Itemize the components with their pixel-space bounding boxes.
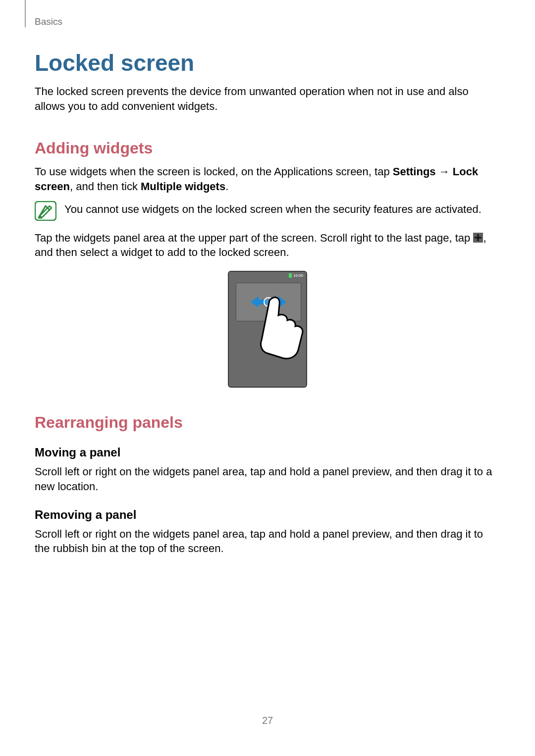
note-text: You cannot use widgets on the locked scr… (64, 201, 482, 217)
page-number: 27 (0, 715, 535, 726)
note-icon (35, 201, 56, 221)
phone-illustration: 10:00 (228, 271, 307, 388)
text-fragment: , and then tick (70, 180, 141, 193)
moving-panel-paragraph: Scroll left or right on the widgets pane… (35, 464, 500, 494)
status-time: 10:00 (293, 273, 303, 278)
svg-rect-3 (475, 237, 482, 238)
phone-status-bar: 10:00 (289, 273, 303, 278)
heading-adding-widgets: Adding widgets (35, 139, 500, 157)
section-breadcrumb: Basics (35, 16, 62, 27)
page-content: Locked screen The locked screen prevents… (35, 50, 500, 559)
bold-settings: Settings (393, 165, 436, 178)
text-fragment: To use widgets when the screen is locked… (35, 165, 393, 178)
battery-icon (289, 273, 292, 278)
text-fragment: . (225, 180, 228, 193)
arrow-glyph: → (436, 165, 453, 178)
subheading-removing-panel: Removing a panel (35, 508, 500, 522)
text-fragment: Tap the widgets panel area at the upper … (35, 232, 473, 244)
heading-rearranging-panels: Rearranging panels (35, 413, 500, 432)
adding-widgets-instruction: To use widgets when the screen is locked… (35, 164, 500, 194)
note-block: You cannot use widgets on the locked scr… (35, 201, 500, 221)
bold-multiple-widgets: Multiple widgets (141, 180, 225, 193)
page-title: Locked screen (35, 50, 500, 76)
tap-widgets-paragraph: Tap the widgets panel area at the upper … (35, 231, 500, 260)
hand-icon (260, 296, 307, 360)
figure-locked-screen-swipe: 10:00 (35, 271, 500, 388)
removing-panel-paragraph: Scroll left or right on the widgets pane… (35, 527, 500, 556)
header-rule (25, 0, 26, 27)
arrow-left-icon (251, 296, 259, 308)
intro-paragraph: The locked screen prevents the device fr… (35, 84, 500, 113)
plus-icon (473, 233, 483, 243)
subheading-moving-panel: Moving a panel (35, 446, 500, 459)
